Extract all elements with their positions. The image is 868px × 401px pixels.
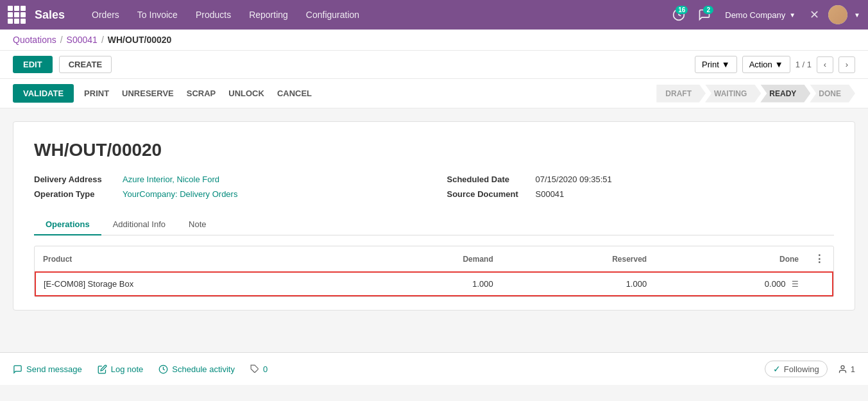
action-bar: EDIT CREATE Print ▼ Action ▼ 1 / 1 ‹ › [0, 51, 868, 79]
col-kebab: ⋮ [806, 246, 833, 272]
print-label: Print [702, 60, 719, 69]
menu-products[interactable]: Products [187, 0, 240, 30]
log-note-label: Log note [111, 364, 144, 374]
print-caret: ▼ [722, 60, 730, 69]
footer-right: ✓ Following 1 [765, 361, 855, 377]
status-waiting: WAITING [705, 85, 761, 103]
topnav-right: 16 2 Demo Company ▼ ✕ ▼ [668, 4, 860, 25]
user-caret-icon[interactable]: ▼ [854, 12, 860, 19]
schedule-activity-icon [158, 364, 168, 374]
scrap-button[interactable]: SCRAP [184, 85, 219, 102]
cell-demand: 1.000 [361, 272, 501, 296]
page-footer: Send message Log note Schedule activity … [0, 352, 868, 385]
followers-count[interactable]: 1 [838, 364, 855, 374]
tag-icon [250, 364, 259, 373]
avatar-image [828, 5, 847, 24]
action-dropdown[interactable]: Action ▼ [742, 56, 790, 73]
send-message-icon [13, 364, 22, 374]
user-avatar[interactable] [828, 5, 847, 24]
document-fields: Delivery Address Azure Interior, Nicole … [34, 175, 834, 199]
schedule-activity-action[interactable]: Schedule activity [158, 364, 235, 374]
edit-button[interactable]: EDIT [13, 56, 53, 73]
company-caret: ▼ [789, 12, 796, 19]
action-caret: ▼ [775, 60, 783, 69]
tab-additional-info[interactable]: Additional Info [101, 214, 177, 235]
prev-arrow[interactable]: ‹ [817, 56, 833, 73]
send-message-label: Send message [26, 364, 82, 374]
tabs: Operations Additional Info Note [34, 214, 834, 235]
close-icon[interactable]: ✕ [806, 8, 823, 22]
source-document-field: Source Document S00041 [447, 189, 835, 199]
menu-orders[interactable]: Orders [83, 0, 128, 30]
menu-configuration[interactable]: Configuration [297, 0, 368, 30]
following-label: Following [784, 364, 819, 374]
detail-lines-icon[interactable]: ☰ [792, 280, 799, 289]
validate-button[interactable]: VALIDATE [13, 84, 74, 103]
operation-type-value[interactable]: YourCompany: Delivery Orders [123, 189, 237, 199]
breadcrumb-quotations[interactable]: Quotations [13, 35, 56, 45]
chat-badge: 2 [703, 6, 713, 14]
activities-count-action[interactable]: 0 [250, 364, 268, 374]
scheduled-date-value: 07/15/2020 09:35:51 [536, 175, 612, 184]
following-button[interactable]: ✓ Following [765, 361, 828, 377]
checkmark-icon: ✓ [773, 364, 781, 374]
document-card: WH/OUT/00020 Delivery Address Azure Inte… [13, 121, 855, 311]
clock-icon-badge[interactable]: 16 [668, 4, 689, 25]
menu-reporting[interactable]: Reporting [240, 0, 297, 30]
tab-operations[interactable]: Operations [34, 214, 101, 235]
company-selector[interactable]: Demo Company ▼ [720, 10, 801, 20]
next-arrow[interactable]: › [838, 56, 855, 73]
pagination-text: 1 / 1 [796, 60, 812, 69]
cell-reserved: 1.000 [501, 272, 654, 296]
apps-grid-icon[interactable] [8, 6, 26, 24]
source-document-label: Source Document [447, 189, 531, 199]
breadcrumb-current: WH/OUT/00020 [108, 35, 172, 45]
status-ready: READY [760, 85, 810, 103]
breadcrumb-s00041[interactable]: S00041 [67, 35, 98, 45]
menu-to-invoice[interactable]: To Invoice [128, 0, 187, 30]
topnav: Sales Orders To Invoice Products Reporti… [0, 0, 868, 30]
schedule-activity-label: Schedule activity [172, 364, 235, 374]
company-name: Demo Company [725, 10, 785, 20]
cell-kebab [806, 272, 833, 296]
operations-table-container: Product Demand Reserved Done ⋮ [E-COM08]… [34, 246, 834, 297]
send-message-action[interactable]: Send message [13, 364, 82, 374]
delivery-address-value[interactable]: Azure Interior, Nicole Ford [123, 175, 219, 184]
breadcrumb: Quotations / S00041 / WH/OUT/00020 [0, 30, 868, 51]
unlock-button[interactable]: UNLOCK [226, 85, 267, 102]
log-note-action[interactable]: Log note [98, 364, 144, 374]
activities-count: 0 [263, 364, 268, 374]
person-icon [838, 364, 847, 374]
log-note-icon [98, 364, 107, 374]
breadcrumb-sep-2: / [101, 35, 104, 45]
status-pipeline: DRAFT WAITING READY DONE [657, 85, 855, 103]
svg-point-3 [841, 365, 844, 368]
pagination-area: 1 / 1 ‹ › [796, 56, 855, 73]
cancel-button[interactable]: CANCEL [275, 85, 314, 102]
operation-type-label: Operation Type [34, 189, 117, 199]
create-button[interactable]: CREATE [59, 56, 112, 73]
clock-badge: 16 [676, 6, 688, 14]
col-product: Product [35, 246, 361, 272]
col-demand: Demand [361, 246, 501, 272]
validate-bar: VALIDATE PRINT UNRESERVE SCRAP UNLOCK CA… [0, 79, 868, 108]
followers-number: 1 [851, 364, 855, 374]
operations-table: Product Demand Reserved Done ⋮ [E-COM08]… [35, 246, 833, 296]
table-row[interactable]: [E-COM08] Storage Box 1.000 1.000 0.000 … [35, 272, 833, 296]
chat-icon-badge[interactable]: 2 [694, 4, 715, 25]
unreserve-button[interactable]: UNRESERVE [119, 85, 176, 102]
operation-type-field: Operation Type YourCompany: Delivery Ord… [34, 189, 421, 199]
status-done: DONE [810, 85, 855, 103]
status-draft: DRAFT [656, 85, 706, 103]
action-label: Action [749, 60, 772, 69]
topnav-menu: Orders To Invoice Products Reporting Con… [83, 0, 368, 30]
scheduled-date-label: Scheduled Date [447, 175, 531, 184]
kebab-icon[interactable]: ⋮ [814, 253, 825, 264]
tab-note[interactable]: Note [177, 214, 217, 235]
cell-product: [E-COM08] Storage Box [35, 272, 361, 296]
col-reserved: Reserved [501, 246, 654, 272]
scheduled-date-field: Scheduled Date 07/15/2020 09:35:51 [447, 175, 835, 184]
print-button[interactable]: PRINT [81, 85, 112, 102]
print-dropdown[interactable]: Print ▼ [695, 56, 737, 73]
breadcrumb-sep-1: / [60, 35, 63, 45]
